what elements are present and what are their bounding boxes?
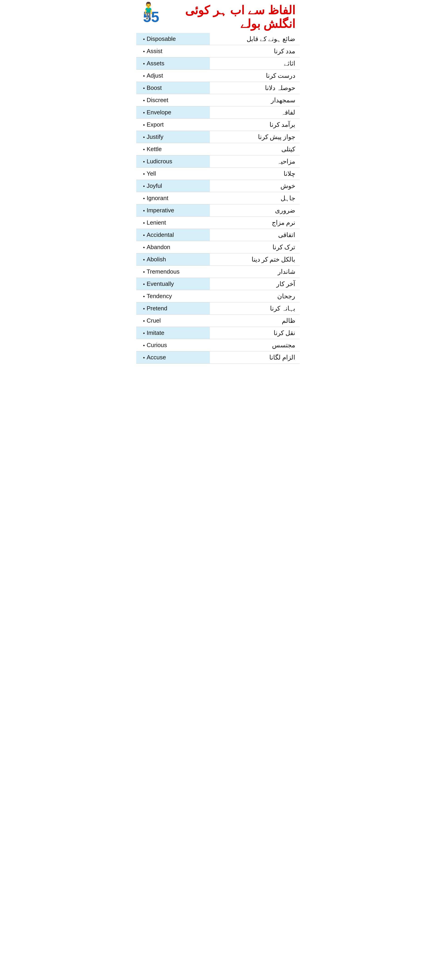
english-word: Disposable	[147, 35, 176, 42]
urdu-cell: الزام لگانا	[210, 352, 300, 364]
table-row: •Yellچلانا	[136, 168, 300, 180]
table-row: •Accidentalاتفاقی	[136, 229, 300, 241]
header-figure: 🧍‍♂️	[139, 1, 158, 20]
english-cell: •Ludicrous	[136, 155, 210, 168]
table-row: •Curiousمجتسس	[136, 339, 300, 352]
english-cell: •Imperative	[136, 204, 210, 216]
table-row: •Disposableضائع ہونے کے قابل	[136, 33, 300, 45]
english-word: Boost	[147, 84, 162, 91]
table-row: •Abolishبالکل ختم کر دینا	[136, 253, 300, 266]
english-word: Yell	[147, 170, 156, 177]
header-title-text: الفاظ سے اب ہر کوئی انگلش بولے	[161, 3, 295, 30]
english-cell: •Lenient	[136, 216, 210, 229]
urdu-cell: جواز پیش کرنا	[210, 131, 300, 143]
english-word: Cruel	[147, 317, 161, 324]
bullet-icon: •	[143, 171, 145, 177]
urdu-cell: جاہل	[210, 192, 300, 204]
urdu-cell: بالکل ختم کر دینا	[210, 253, 300, 266]
table-row: •Boostحوصلہ دلانا	[136, 82, 300, 94]
english-word: Imitate	[147, 329, 164, 336]
english-word: Ludicrous	[147, 158, 172, 165]
header: 🧍‍♂️ 55 الفاظ سے اب ہر کوئی انگلش بولے	[136, 0, 300, 33]
english-cell: •Justify	[136, 131, 210, 143]
table-row: •Discreetسمجھدار	[136, 94, 300, 107]
english-word: Assets	[147, 60, 164, 67]
urdu-cell: کیتلی	[210, 143, 300, 155]
english-cell: •Tendency	[136, 290, 210, 302]
urdu-cell: رجحان	[210, 290, 300, 302]
table-row: •Ludicrousمزاحیہ	[136, 155, 300, 168]
english-word: Justify	[147, 134, 163, 140]
urdu-cell: حوصلہ دلانا	[210, 82, 300, 94]
table-row: •Envelopeلفافہ	[136, 107, 300, 119]
english-word: Curious	[147, 342, 167, 348]
bullet-icon: •	[143, 342, 145, 348]
english-word: Envelope	[147, 109, 171, 116]
english-cell: •Cruel	[136, 315, 210, 327]
english-cell: •Accidental	[136, 229, 210, 241]
english-word: Adjust	[147, 72, 163, 79]
table-row: •Assetsاثاثے	[136, 57, 300, 70]
table-row: •Imperativeضروری	[136, 204, 300, 216]
english-cell: •Imitate	[136, 327, 210, 339]
table-row: •Tendencyرجحان	[136, 290, 300, 302]
english-cell: •Accuse	[136, 352, 210, 364]
bullet-icon: •	[143, 134, 145, 140]
urdu-cell: ضائع ہونے کے قابل	[210, 33, 300, 45]
urdu-cell: درست کرنا	[210, 70, 300, 82]
english-word: Lenient	[147, 219, 166, 226]
english-word: Abolish	[147, 256, 166, 263]
bullet-icon: •	[143, 330, 145, 336]
english-word: Assist	[147, 48, 162, 54]
english-cell: •Tremendous	[136, 266, 210, 278]
urdu-cell: ضروری	[210, 204, 300, 216]
bullet-icon: •	[143, 245, 145, 250]
english-cell: •Joyful	[136, 180, 210, 192]
urdu-cell: برآمد کرنا	[210, 119, 300, 131]
table-row: •Lenientنرم مزاج	[136, 216, 300, 229]
english-word: Pretend	[147, 305, 168, 312]
table-row: •Exportبرآمد کرنا	[136, 119, 300, 131]
table-row: •Justifyجواز پیش کرنا	[136, 131, 300, 143]
bullet-icon: •	[143, 61, 145, 67]
english-word: Eventually	[147, 280, 174, 287]
english-word: Accuse	[147, 354, 166, 361]
table-row: •Kettleکیتلی	[136, 143, 300, 155]
english-cell: •Export	[136, 119, 210, 131]
bullet-icon: •	[143, 269, 145, 275]
bullet-icon: •	[143, 36, 145, 42]
english-word: Accidental	[147, 231, 174, 238]
urdu-cell: اتفاقی	[210, 229, 300, 241]
urdu-cell: بہانہ کرنا	[210, 302, 300, 315]
urdu-cell: آخر کار	[210, 278, 300, 290]
english-cell: •Adjust	[136, 70, 210, 82]
bullet-icon: •	[143, 159, 145, 164]
english-cell: •Abolish	[136, 253, 210, 266]
english-cell: •Assist	[136, 45, 210, 57]
table-row: •Adjustدرست کرنا	[136, 70, 300, 82]
bullet-icon: •	[143, 281, 145, 287]
urdu-cell: نرم مزاج	[210, 216, 300, 229]
english-cell: •Abandon	[136, 241, 210, 253]
english-cell: •Boost	[136, 82, 210, 94]
english-word: Ignorant	[147, 195, 168, 202]
urdu-cell: شاندار	[210, 266, 300, 278]
urdu-cell: لفافہ	[210, 107, 300, 119]
table-row: •Pretendبہانہ کرنا	[136, 302, 300, 315]
bullet-icon: •	[143, 196, 145, 201]
english-word: Imperative	[147, 207, 174, 214]
english-cell: •Curious	[136, 339, 210, 352]
english-cell: •Envelope	[136, 107, 210, 119]
bullet-icon: •	[143, 220, 145, 226]
bullet-icon: •	[143, 306, 145, 312]
urdu-cell: مدد کرنا	[210, 45, 300, 57]
bullet-icon: •	[143, 85, 145, 91]
english-cell: •Yell	[136, 168, 210, 180]
bullet-icon: •	[143, 73, 145, 79]
header-title: 55 الفاظ سے اب ہر کوئی انگلش بولے	[141, 3, 295, 30]
table-row: •Imitateنقل کرنا	[136, 327, 300, 339]
table-row: •Eventuallyآخر کار	[136, 278, 300, 290]
english-cell: •Ignorant	[136, 192, 210, 204]
english-cell: •Pretend	[136, 302, 210, 315]
urdu-cell: چلانا	[210, 168, 300, 180]
